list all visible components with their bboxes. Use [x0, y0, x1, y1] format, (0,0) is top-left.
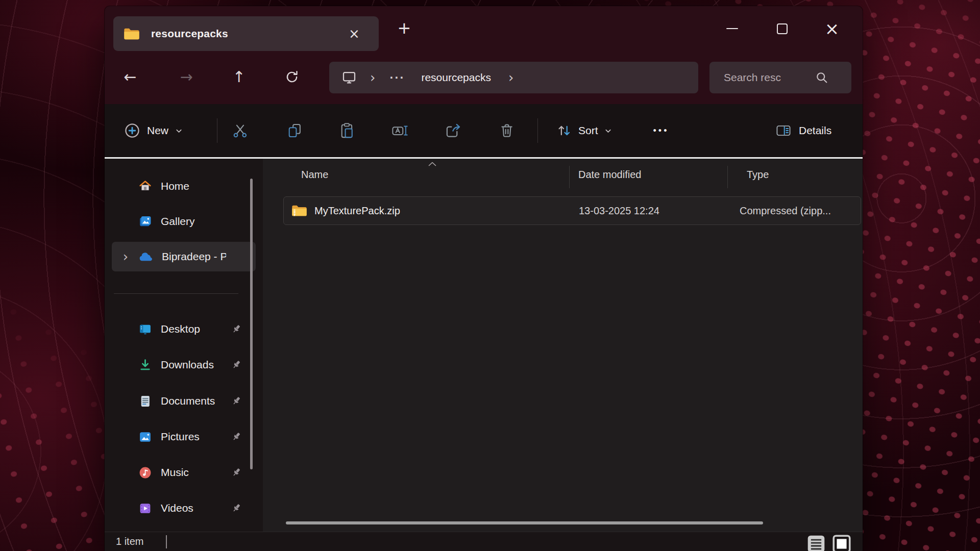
- forward-icon: →: [180, 69, 192, 85]
- pin-icon: [231, 360, 241, 370]
- details-button[interactable]: Details: [768, 117, 839, 144]
- address-bar[interactable]: › ··· resourcepacks ›: [329, 62, 698, 93]
- videos-icon: [138, 502, 152, 515]
- sidebar-divider: [114, 293, 238, 294]
- search-icon: [815, 70, 829, 85]
- file-row[interactable]: MyTexturePack.zip 13-03-2025 12:24 Compr…: [283, 196, 861, 225]
- tab-bar: resourcepacks × + ×: [105, 6, 863, 51]
- ellipsis-icon: •••: [653, 126, 669, 136]
- new-tab-button[interactable]: +: [393, 17, 415, 39]
- plus-circle-icon: [124, 122, 140, 139]
- details-view-button[interactable]: [806, 535, 826, 551]
- maximize-icon: [777, 23, 788, 34]
- new-button[interactable]: New: [117, 117, 190, 144]
- trash-icon: [499, 122, 515, 139]
- pin-icon: [231, 503, 241, 513]
- cut-icon: [231, 122, 249, 139]
- close-button[interactable]: ×: [807, 15, 857, 42]
- expand-chevron-icon[interactable]: ›: [119, 250, 132, 263]
- sidebar-item-gallery[interactable]: Gallery: [112, 207, 256, 236]
- share-icon: [445, 122, 462, 139]
- item-count: 1 item: [116, 536, 143, 547]
- file-date-modified: 13-03-2025 12:24: [579, 205, 659, 217]
- refresh-icon: [284, 69, 300, 85]
- folder-icon: [124, 27, 140, 41]
- rename-button[interactable]: [386, 117, 413, 144]
- zip-folder-icon: [291, 204, 307, 217]
- column-header-type[interactable]: Type: [747, 169, 769, 181]
- home-icon: [138, 180, 152, 193]
- download-icon: [138, 358, 152, 372]
- tab-resourcepacks[interactable]: resourcepacks ×: [113, 16, 379, 51]
- plus-icon: +: [398, 20, 411, 36]
- tab-title: resourcepacks: [151, 28, 228, 40]
- sidebar-item-home[interactable]: Home: [112, 171, 256, 201]
- share-button[interactable]: [440, 117, 467, 144]
- column-header-date-modified[interactable]: Date modified: [578, 169, 641, 181]
- toolbar-divider: [217, 118, 217, 143]
- details-view-icon: [807, 535, 825, 551]
- chevron-right-icon[interactable]: ›: [508, 71, 513, 84]
- toolbar-divider: [537, 118, 538, 143]
- sort-ascending-icon: [428, 162, 436, 166]
- desktop-icon: [138, 322, 152, 336]
- tab-close-button[interactable]: ×: [344, 23, 364, 44]
- maximize-button[interactable]: [757, 15, 807, 42]
- sidebar-item-downloads[interactable]: Downloads: [112, 350, 256, 380]
- sidebar-item-onedrive[interactable]: › Bipradeep - P: [112, 242, 256, 271]
- back-icon: ←: [124, 69, 136, 85]
- chevron-down-icon: [604, 127, 612, 135]
- sidebar-item-music[interactable]: Music: [112, 458, 256, 487]
- refresh-button[interactable]: [279, 64, 305, 90]
- details-button-label: Details: [799, 124, 831, 137]
- chevron-right-icon[interactable]: ›: [370, 71, 375, 84]
- up-button[interactable]: ↑: [226, 64, 252, 90]
- column-divider[interactable]: [569, 166, 570, 188]
- horizontal-scrollbar[interactable]: [286, 521, 763, 524]
- column-header-name[interactable]: Name: [301, 169, 328, 181]
- minimize-button[interactable]: [707, 15, 757, 42]
- back-button[interactable]: ←: [117, 64, 143, 90]
- sidebar-item-desktop[interactable]: Desktop: [112, 314, 256, 344]
- sidebar-scrollbar[interactable]: [250, 179, 253, 469]
- music-icon: [138, 466, 152, 480]
- search-box: [709, 62, 851, 93]
- chevron-down-icon: [175, 127, 183, 135]
- pin-icon: [231, 396, 241, 406]
- file-name: MyTexturePack.zip: [314, 205, 400, 217]
- sort-button-label: Sort: [578, 124, 598, 137]
- forward-button[interactable]: →: [174, 64, 199, 90]
- this-pc-icon: [341, 70, 357, 85]
- paste-button[interactable]: [334, 117, 360, 144]
- navigation-pane: Home Gallery ›: [105, 159, 263, 532]
- sidebar-item-pictures[interactable]: Pictures: [112, 422, 256, 452]
- sidebar-item-documents[interactable]: Documents: [112, 386, 256, 416]
- rename-icon: [391, 122, 408, 139]
- pin-icon: [231, 467, 241, 478]
- breadcrumb-overflow[interactable]: ···: [389, 70, 405, 85]
- pin-icon: [231, 432, 241, 442]
- pictures-icon: [138, 430, 152, 444]
- address-row: ← → ↑ › ··· resourcep: [105, 51, 863, 104]
- sidebar-item-videos[interactable]: Videos: [112, 493, 256, 523]
- gallery-icon: [138, 215, 152, 229]
- pin-icon: [231, 324, 241, 334]
- window-controls: ×: [707, 15, 857, 42]
- file-type: Compressed (zipp...: [740, 205, 831, 217]
- status-bar: 1 item: [105, 532, 863, 551]
- cut-button[interactable]: [227, 117, 253, 144]
- breadcrumb-location[interactable]: resourcepacks: [421, 71, 491, 84]
- delete-button[interactable]: [494, 117, 520, 144]
- details-panel-icon: [775, 122, 792, 139]
- column-divider[interactable]: [727, 166, 728, 188]
- search-input[interactable]: [723, 71, 811, 84]
- close-icon: ×: [349, 27, 360, 40]
- document-icon: [138, 394, 152, 408]
- large-icons-view-button[interactable]: [832, 535, 851, 551]
- copy-button[interactable]: [281, 117, 308, 144]
- more-options-button[interactable]: •••: [645, 117, 677, 144]
- command-toolbar: New: [105, 104, 863, 157]
- new-button-label: New: [147, 124, 168, 137]
- close-icon: ×: [825, 20, 840, 37]
- sort-button[interactable]: Sort: [550, 117, 618, 144]
